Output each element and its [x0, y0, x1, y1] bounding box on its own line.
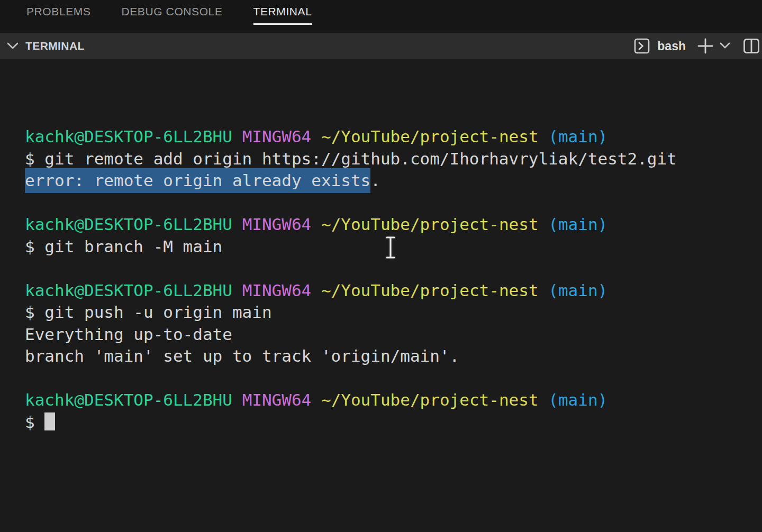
prompt-path: ~/YouTube/project-nest [321, 390, 539, 409]
prompt-branch: (main) [548, 281, 607, 300]
prompt-environment: MINGW64 [242, 390, 312, 409]
blank-line [25, 192, 762, 214]
prompt-path: ~/YouTube/project-nest [321, 127, 539, 146]
error-trailing-text: . [370, 171, 380, 190]
selected-error-text: error: remote origin already exists [25, 168, 370, 193]
prompt-branch: (main) [548, 215, 607, 234]
shell-name-label[interactable]: bash [657, 39, 686, 53]
active-prompt-line: $ [25, 411, 762, 434]
terminal-panel-title: TERMINAL [25, 40, 85, 52]
error-output-line: error: remote origin already exists. [25, 170, 762, 192]
prompt-user-host: kachk@DESKTOP-6LL2BHU [25, 281, 232, 300]
prompt-symbol: $ [25, 412, 35, 432]
command-text: $ git remote add origin https://github.c… [25, 149, 677, 168]
output-text: Everything up-to-date [25, 325, 232, 344]
split-terminal-icon[interactable] [743, 38, 760, 54]
output-text: branch 'main' set up to track 'origin/ma… [25, 346, 459, 365]
terminal-icon [634, 38, 650, 54]
prompt-line: kachk@DESKTOP-6LL2BHUMINGW64~/YouTube/pr… [25, 126, 762, 148]
terminal-content[interactable]: kachk@DESKTOP-6LL2BHUMINGW64~/YouTube/pr… [0, 59, 762, 532]
prompt-path: ~/YouTube/project-nest [321, 215, 539, 234]
command-line-branch: $ git branch -M main [25, 236, 762, 258]
tab-terminal[interactable]: TERMINAL [253, 5, 312, 25]
tab-problems[interactable]: PROBLEMS [26, 5, 91, 25]
prompt-user-host: kachk@DESKTOP-6LL2BHU [25, 127, 232, 146]
terminal-block-cursor [44, 412, 55, 430]
prompt-environment: MINGW64 [242, 127, 312, 146]
output-line-up-to-date: Everything up-to-date [25, 324, 762, 346]
chevron-down-icon[interactable] [6, 40, 19, 52]
panel-tab-bar: PROBLEMS DEBUG CONSOLE TERMINAL [0, 0, 762, 33]
prompt-line: kachk@DESKTOP-6LL2BHUMINGW64~/YouTube/pr… [25, 389, 762, 411]
tab-debug-console[interactable]: DEBUG CONSOLE [122, 5, 223, 25]
prompt-line: kachk@DESKTOP-6LL2BHUMINGW64~/YouTube/pr… [25, 280, 762, 302]
prompt-line: kachk@DESKTOP-6LL2BHUMINGW64~/YouTube/pr… [25, 214, 762, 236]
blank-line [25, 258, 762, 280]
prompt-branch: (main) [548, 390, 607, 409]
command-line-push: $ git push -u origin main [25, 301, 762, 324]
output-line-track: branch 'main' set up to track 'origin/ma… [25, 345, 762, 368]
prompt-environment: MINGW64 [242, 215, 312, 234]
command-text: $ git push -u origin main [25, 302, 272, 322]
plus-icon[interactable] [696, 37, 714, 55]
prompt-path: ~/YouTube/project-nest [321, 281, 539, 300]
prompt-branch: (main) [548, 127, 607, 146]
blank-line [25, 368, 762, 390]
prompt-user-host: kachk@DESKTOP-6LL2BHU [25, 215, 232, 234]
chevron-down-icon[interactable] [719, 42, 731, 50]
command-text: $ git branch -M main [25, 237, 222, 256]
prompt-user-host: kachk@DESKTOP-6LL2BHU [25, 390, 232, 409]
terminal-panel-header: TERMINAL bash [0, 33, 762, 59]
prompt-environment: MINGW64 [242, 281, 312, 300]
command-line-remote-add: $ git remote add origin https://github.c… [25, 148, 762, 170]
